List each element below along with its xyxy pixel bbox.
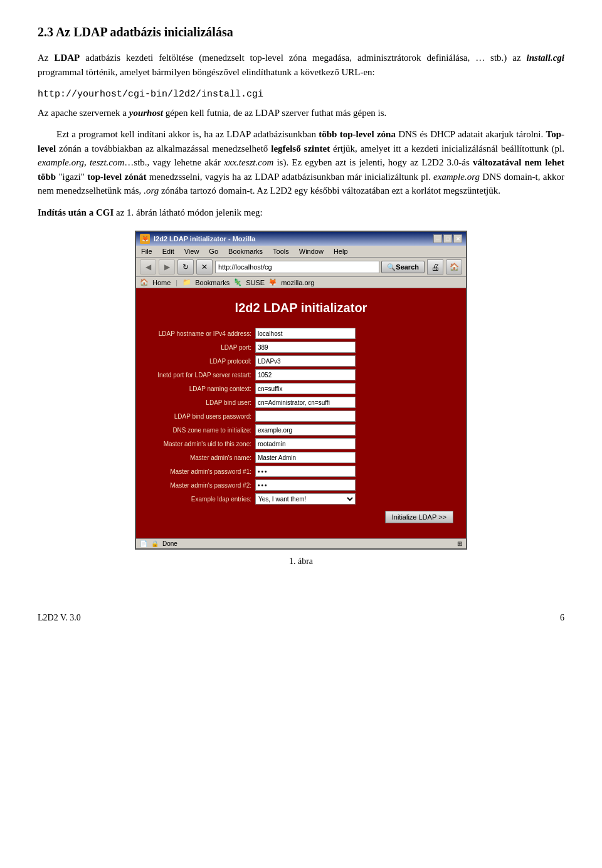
form-row-dnszone: DNS zone name to initialize: bbox=[149, 424, 453, 436]
bookmark-suse[interactable]: SUSE bbox=[246, 279, 265, 286]
input-port[interactable] bbox=[255, 342, 356, 353]
browser-menubar: File Edit View Go Bookmarks Tools Window… bbox=[136, 246, 466, 258]
form-row-examples: Example ldap entries: Yes, I want them! … bbox=[149, 493, 453, 505]
url-bar-container: http://localhost/cg 🔍 Search bbox=[215, 261, 425, 273]
menu-help[interactable]: Help bbox=[332, 247, 349, 256]
bookmark-bookmarks[interactable]: Bookmarks bbox=[195, 279, 230, 286]
menu-window[interactable]: Window bbox=[298, 247, 325, 256]
input-inetd[interactable] bbox=[255, 369, 356, 380]
select-examples[interactable]: Yes, I want them! No, thanks bbox=[255, 493, 356, 505]
footer-left: L2D2 V. 3.0 bbox=[38, 613, 81, 623]
form-row-hostname: LDAP hostname or IPv4 address: bbox=[149, 328, 453, 339]
bookmark-home[interactable]: Home bbox=[152, 279, 171, 286]
form-row-binduser: LDAP bind user: bbox=[149, 397, 453, 408]
ldap-form: LDAP hostname or IPv4 address: LDAP port… bbox=[149, 328, 453, 526]
figure-caption: 1. ábra bbox=[289, 555, 313, 568]
browser-content: l2d2 LDAP initializator LDAP hostname or… bbox=[136, 288, 466, 538]
form-row-bindpass: LDAP bind users password: bbox=[149, 410, 453, 422]
bookmarks-bar: 🏠 Home | 📁 Bookmarks 🦎 SUSE 🦊 mozilla.or… bbox=[136, 277, 466, 288]
search-button[interactable]: 🔍 Search bbox=[381, 261, 425, 273]
status-resize-icon: ⊞ bbox=[457, 540, 462, 547]
label-dnszone: DNS zone name to initialize: bbox=[149, 427, 255, 434]
label-examples: Example ldap entries: bbox=[149, 496, 255, 503]
label-port: LDAP port: bbox=[149, 344, 255, 351]
folder-icon: 📁 bbox=[182, 278, 191, 286]
page-heading: l2d2 LDAP initializator bbox=[235, 301, 367, 315]
home-button[interactable]: 🏠 bbox=[446, 259, 462, 275]
form-row-pass2: Master admin's password #2: bbox=[149, 479, 453, 491]
back-button[interactable]: ◀ bbox=[140, 259, 156, 275]
status-lock-icon: 🔒 bbox=[151, 540, 159, 547]
input-pass1[interactable] bbox=[255, 466, 356, 477]
label-uid: Master admin's uid to this zone: bbox=[149, 441, 255, 447]
menu-edit[interactable]: Edit bbox=[161, 247, 176, 256]
form-row-port: LDAP port: bbox=[149, 342, 453, 353]
figure-container: 🦊 l2d2 LDAP initializator - Mozilla ─ □ … bbox=[38, 231, 564, 575]
label-pass1: Master admin's password #1: bbox=[149, 468, 255, 475]
mozilla-icon: 🦊 bbox=[268, 278, 277, 286]
menu-file[interactable]: File bbox=[140, 247, 154, 256]
close-button[interactable]: ✕ bbox=[453, 234, 462, 243]
section-heading: 2.3 Az LDAP adatbázis inicializálása bbox=[38, 25, 564, 39]
form-row-submit: Initialize LDAP >> bbox=[149, 507, 453, 523]
forward-button[interactable]: ▶ bbox=[159, 259, 175, 275]
titlebar-left: 🦊 l2d2 LDAP initializator - Mozilla bbox=[140, 234, 255, 244]
label-naming: LDAP naming context: bbox=[149, 385, 255, 392]
maximize-button[interactable]: □ bbox=[443, 234, 452, 243]
print-button[interactable]: 🖨 bbox=[427, 259, 443, 275]
input-pass2[interactable] bbox=[255, 479, 356, 491]
footer-right: 6 bbox=[560, 613, 564, 623]
browser-icon: 🦊 bbox=[140, 234, 150, 244]
input-hostname[interactable] bbox=[255, 328, 356, 339]
status-left: 📄 🔒 Done bbox=[140, 540, 177, 547]
form-row-uid: Master admin's uid to this zone: bbox=[149, 438, 453, 449]
menu-tools[interactable]: Tools bbox=[272, 247, 290, 256]
label-binduser: LDAP bind user: bbox=[149, 399, 255, 406]
form-row-naming: LDAP naming context: bbox=[149, 383, 453, 394]
form-row-protocol: LDAP protocol: bbox=[149, 355, 453, 367]
form-row-adminname: Master admin's name: bbox=[149, 452, 453, 463]
menu-bookmarks[interactable]: Bookmarks bbox=[227, 247, 264, 256]
browser-toolbar: ◀ ▶ ↻ ✕ http://localhost/cg 🔍 Search 🖨 🏠 bbox=[136, 258, 466, 277]
url-text-display: http://localhost/cg bbox=[218, 263, 272, 271]
browser-title: l2d2 LDAP initializator - Mozilla bbox=[154, 235, 255, 243]
browser-window: 🦊 l2d2 LDAP initializator - Mozilla ─ □ … bbox=[135, 231, 467, 550]
paragraph-4: Indítás után a CGI az 1. ábrán látható m… bbox=[38, 206, 564, 220]
url-bar[interactable]: http://localhost/cg bbox=[215, 261, 379, 273]
status-text: Done bbox=[162, 540, 177, 547]
label-adminname: Master admin's name: bbox=[149, 454, 255, 461]
label-bindpass: LDAP bind users password: bbox=[149, 413, 255, 420]
input-adminname[interactable] bbox=[255, 452, 356, 463]
browser-titlebar: 🦊 l2d2 LDAP initializator - Mozilla ─ □ … bbox=[136, 232, 466, 246]
form-row-inetd: Inetd port for LDAP server restart: bbox=[149, 369, 453, 380]
reload-button[interactable]: ↻ bbox=[177, 259, 194, 275]
status-right: ⊞ bbox=[457, 540, 462, 547]
browser-statusbar: 📄 🔒 Done ⊞ bbox=[136, 538, 466, 548]
titlebar-controls[interactable]: ─ □ ✕ bbox=[433, 234, 462, 243]
input-binduser[interactable] bbox=[255, 397, 356, 408]
bookmark-mozilla[interactable]: mozilla.org bbox=[281, 279, 314, 286]
initialize-button[interactable]: Initialize LDAP >> bbox=[385, 511, 453, 523]
status-page-icon: 📄 bbox=[140, 540, 147, 547]
label-inetd: Inetd port for LDAP server restart: bbox=[149, 372, 255, 379]
input-bindpass[interactable] bbox=[255, 410, 356, 422]
paragraph-2: Az apache szervernek a yourhost gépen ke… bbox=[38, 106, 564, 120]
input-naming[interactable] bbox=[255, 383, 356, 394]
form-row-pass1: Master admin's password #1: bbox=[149, 466, 453, 477]
input-dnszone[interactable] bbox=[255, 424, 356, 436]
suse-icon: 🦎 bbox=[233, 278, 242, 286]
menu-view[interactable]: View bbox=[183, 247, 201, 256]
input-uid[interactable] bbox=[255, 438, 356, 449]
page-footer: L2D2 V. 3.0 6 bbox=[38, 613, 564, 623]
label-protocol: LDAP protocol: bbox=[149, 358, 255, 365]
stop-button[interactable]: ✕ bbox=[196, 259, 213, 275]
bookmark-icon: 🏠 bbox=[140, 278, 149, 286]
minimize-button[interactable]: ─ bbox=[433, 234, 442, 243]
label-pass2: Master admin's password #2: bbox=[149, 482, 255, 489]
url-text: http://yourhost/cgi-bin/l2d2/install.cgi bbox=[38, 86, 564, 102]
input-protocol[interactable] bbox=[255, 355, 356, 367]
label-hostname: LDAP hostname or IPv4 address: bbox=[149, 330, 255, 337]
paragraph-1: Az LDAP adatbázis kezdeti feltöltése (me… bbox=[38, 51, 564, 79]
paragraph-3: Ezt a programot kell indítani akkor is, … bbox=[38, 127, 564, 198]
menu-go[interactable]: Go bbox=[208, 247, 219, 256]
